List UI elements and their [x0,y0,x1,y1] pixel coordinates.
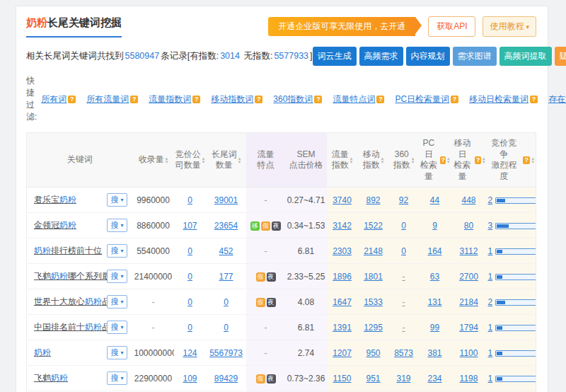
flow-index[interactable]: 2303 [333,246,352,256]
so360-index[interactable]: 8573 [394,348,413,358]
help-icon[interactable]: ? [68,96,76,103]
bid-competition-value[interactable]: 1 [488,246,493,256]
sort-icon[interactable]: ▴▾ [350,156,353,163]
quick-filter-link[interactable]: 流量特点词 [333,94,375,104]
mobile-daily-search[interactable]: 2700 [459,272,478,282]
bid-company-count[interactable]: 109 [183,374,197,384]
longtail-count[interactable]: 0 [224,323,229,333]
help-icon[interactable]: ? [475,156,481,164]
flow-index[interactable]: 1207 [333,348,352,358]
help-icon[interactable]: ? [376,96,384,103]
bid-competition-value[interactable]: 1 [488,323,493,333]
action-button[interactable]: 词云生成 [313,47,357,66]
mobile-index[interactable]: 950 [366,348,380,358]
flow-index[interactable]: 1150 [333,374,352,384]
bid-company-count[interactable]: 124 [183,348,197,358]
keyword-search-button[interactable]: 搜▾ [107,295,127,309]
sort-icon[interactable]: ▴▾ [381,156,384,163]
so360-index[interactable]: 92 [399,195,408,205]
help-icon[interactable]: ? [451,96,458,103]
keyword-search-button[interactable]: 搜▾ [107,193,127,207]
column-header[interactable]: SEM点击价格 [286,133,327,188]
sort-icon[interactable]: ▴▾ [412,156,415,163]
keyword-link[interactable]: 中国排名前十奶粉品牌 [34,321,107,333]
bid-competition-value[interactable]: 2 [488,297,493,307]
column-header[interactable]: 长尾词数量 ▴▾ [207,133,246,188]
bid-company-count[interactable]: 0 [187,195,192,205]
bid-company-count[interactable]: 0 [187,246,192,256]
column-header[interactable]: 流量特点 [246,133,286,188]
quick-filter-link[interactable]: 所有词 [41,94,67,104]
tutorial-button[interactable]: 使用教程▾ [483,16,536,37]
mobile-index[interactable]: 1295 [364,323,383,333]
flow-index[interactable]: 1647 [333,297,352,307]
help-icon[interactable]: ? [530,96,538,103]
quick-filter-link[interactable]: PC日检索量词 [395,94,449,104]
longtail-count[interactable]: 5567973 [209,348,243,358]
longtail-count[interactable]: 177 [219,272,233,282]
bid-competition-value[interactable]: 1 [488,374,493,384]
bid-company-count[interactable]: 0 [187,323,192,333]
mobile-daily-search[interactable]: 2184 [459,297,478,307]
longtail-count[interactable]: 0 [224,297,229,307]
bid-company-count[interactable]: 0 [187,272,192,282]
sort-icon[interactable]: ▴▾ [447,156,450,163]
pc-daily-search[interactable]: 164 [427,246,441,256]
keyword-link[interactable]: 世界十大放心奶粉品牌 [34,296,107,308]
bid-competition-value[interactable]: 1 [488,272,493,282]
bid-company-count[interactable]: 107 [183,221,197,231]
flow-index[interactable]: 1896 [333,272,352,282]
quick-filter-link[interactable]: 流量指数词 [149,94,191,104]
quick-filter-link[interactable]: 360指数词 [273,94,313,104]
pc-daily-search[interactable]: 99 [430,323,439,333]
so360-index[interactable]: 0 [401,221,406,231]
keyword-search-button[interactable]: 搜▾ [107,244,127,258]
longtail-count[interactable]: 39001 [214,195,238,205]
help-icon[interactable]: ? [255,96,262,103]
keyword-search-button[interactable]: 搜▾ [107,270,127,283]
flow-index[interactable]: 1391 [333,323,352,333]
mobile-daily-search[interactable]: 80 [464,221,473,231]
action-button[interactable]: 高频词提取 [499,47,552,66]
keyword-link[interactable]: 君乐宝奶粉 [34,194,76,206]
mobile-index[interactable]: 1522 [364,221,383,231]
flow-index[interactable]: 3740 [333,195,352,205]
action-button[interactable]: 需求图谱 [453,47,497,66]
keyword-search-button[interactable]: 搜▾ [107,321,127,334]
mobile-index[interactable]: 892 [366,195,380,205]
pc-daily-search[interactable]: 9 [432,221,437,231]
sort-icon[interactable]: ▴▾ [531,156,534,163]
keyword-link[interactable]: 奶粉排行榜前十位 [34,245,102,257]
mobile-daily-search[interactable]: 1198 [460,374,478,384]
keyword-link[interactable]: 飞鹤奶粉哪个系列最好 [34,270,107,282]
column-header[interactable]: 流量指数 ▴▾ [327,133,358,188]
longtail-count[interactable]: 89429 [214,374,238,384]
action-button[interactable]: 内容规划 [406,47,450,66]
bid-competition-value[interactable]: 1 [488,348,493,358]
help-icon[interactable]: ? [440,156,446,164]
so360-index[interactable]: 0 [401,246,406,256]
mobile-index[interactable]: 951 [366,374,380,384]
sort-icon[interactable]: ▴▾ [202,156,205,163]
sort-icon[interactable]: ▴▾ [166,156,168,163]
mobile-index[interactable]: 2148 [364,246,383,256]
mobile-index[interactable]: 1801 [364,272,383,282]
column-header[interactable]: 移动指数 ▴▾ [358,133,389,188]
help-icon[interactable]: ? [314,96,322,103]
column-header[interactable]: 关键词 [27,133,133,188]
mobile-index[interactable]: 1533 [364,297,383,307]
so360-index[interactable]: - [403,323,405,333]
column-header[interactable]: 竞价竞争激烈程度 ? ▴▾ [487,133,536,188]
keyword-link[interactable]: 飞鹤奶粉 [34,372,68,384]
mobile-daily-search[interactable]: 1100 [460,348,478,358]
pc-daily-search[interactable]: 381 [427,348,441,358]
sort-icon[interactable]: ▴▾ [483,156,485,163]
action-button[interactable]: 疑问词提取 [555,47,566,66]
pc-daily-search[interactable]: 234 [427,374,441,384]
help-icon[interactable]: ? [192,96,200,103]
so360-index[interactable]: - [403,272,405,282]
sort-icon[interactable]: ▴▾ [238,156,241,163]
so360-index[interactable]: 319 [396,374,410,384]
quick-filter-link[interactable]: 移动日检索量词 [469,94,529,104]
help-icon[interactable]: ? [523,156,530,164]
